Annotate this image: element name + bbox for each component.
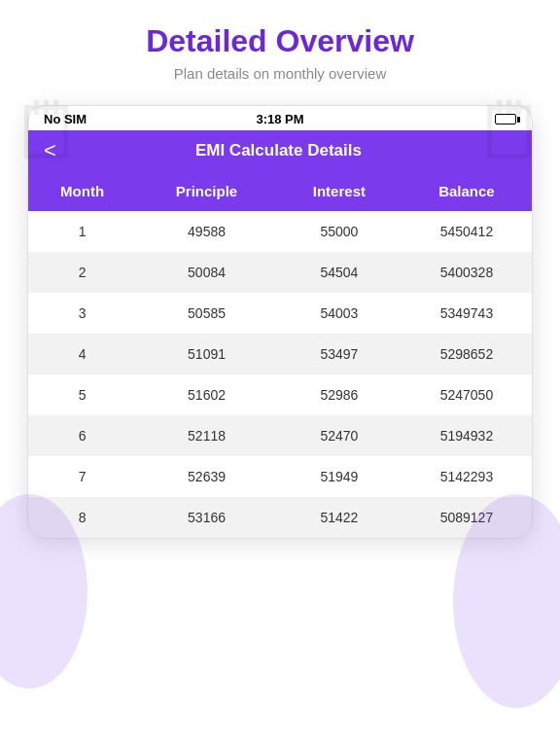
cell-interest: 55000 xyxy=(277,211,402,252)
cell-principle: 50084 xyxy=(136,252,277,293)
cell-interest: 54504 xyxy=(277,252,402,293)
cell-principle: 51602 xyxy=(136,374,277,415)
cell-balance: 5298652 xyxy=(402,334,532,374)
page-subtitle: Plan details on monthly overview xyxy=(19,65,541,82)
cell-balance: 5400328 xyxy=(402,252,532,293)
table-row: 451091534975298652 xyxy=(28,334,532,374)
table-row: 149588550005450412 xyxy=(28,211,532,252)
cell-principle: 49588 xyxy=(136,211,277,252)
cell-month: 7 xyxy=(28,456,136,497)
cell-balance: 5349743 xyxy=(402,293,532,334)
emi-table: Month Principle Interest Balance 1495885… xyxy=(28,171,532,538)
table-row: 250084545045400328 xyxy=(28,252,532,293)
cell-principle: 52639 xyxy=(136,456,277,497)
table-row: 853166514225089127 xyxy=(28,497,532,538)
cell-month: 1 xyxy=(28,211,136,252)
cell-balance: 5450412 xyxy=(402,211,532,252)
cell-balance: 5142293 xyxy=(402,456,532,497)
status-time: 3:18 PM xyxy=(256,112,303,126)
watermark-icon-left: 🗒 xyxy=(10,88,88,177)
col-header-month: Month xyxy=(28,171,136,211)
col-header-principle: Principle xyxy=(136,171,277,211)
cell-principle: 53166 xyxy=(136,497,277,538)
table-header-row: Month Principle Interest Balance xyxy=(28,171,532,211)
cell-interest: 51422 xyxy=(277,497,402,538)
battery-icon xyxy=(495,114,516,124)
cell-month: 2 xyxy=(28,252,136,293)
table-row: 752639519495142293 xyxy=(28,456,532,497)
cell-interest: 54003 xyxy=(277,293,402,334)
cell-balance: 5194932 xyxy=(402,415,532,456)
table-row: 551602529865247050 xyxy=(28,374,532,415)
navbar-title: EMI Calculate Details xyxy=(68,141,516,160)
app-navbar: < EMI Calculate Details xyxy=(28,130,532,171)
cell-principle: 51091 xyxy=(136,334,277,374)
carrier-label: No SIM xyxy=(44,112,87,126)
cell-month: 4 xyxy=(28,334,136,374)
cell-interest: 53497 xyxy=(277,334,402,374)
cell-principle: 52118 xyxy=(136,415,277,456)
watermark-icon-right: 🗒 xyxy=(472,88,550,177)
col-header-balance: Balance xyxy=(402,171,532,211)
cell-interest: 52470 xyxy=(277,415,402,456)
phone-frame: No SIM 3:18 PM < EMI Calculate Details M… xyxy=(27,105,533,539)
cell-month: 5 xyxy=(28,374,136,415)
cell-month: 6 xyxy=(28,415,136,456)
cell-interest: 52986 xyxy=(277,374,402,415)
table-row: 652118524705194932 xyxy=(28,415,532,456)
cell-month: 3 xyxy=(28,293,136,334)
col-header-interest: Interest xyxy=(277,171,402,211)
cell-balance: 5247050 xyxy=(402,374,532,415)
status-bar: No SIM 3:18 PM xyxy=(28,106,532,130)
page-title: Detailed Overview xyxy=(19,23,541,59)
table-row: 350585540035349743 xyxy=(28,293,532,334)
cell-interest: 51949 xyxy=(277,456,402,497)
cell-principle: 50585 xyxy=(136,293,277,334)
